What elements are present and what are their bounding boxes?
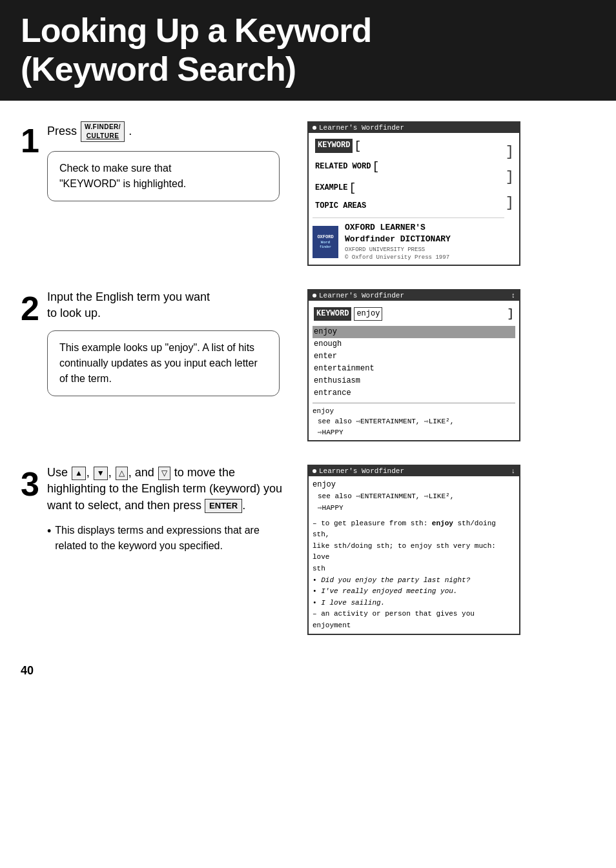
step-number-1: 1 — [21, 124, 39, 157]
down-arrow-outline: ▽ — [158, 467, 170, 480]
step-1-callout: Check to make sure that "KEYWORD" is hig… — [47, 151, 280, 201]
screen-1-brackets: ] ] ] — [504, 136, 515, 262]
step-number-2: 2 — [21, 292, 39, 325]
step-3-bullets: This displays terms and expressions that… — [47, 523, 292, 554]
screen-2-body: KEYWORD enjoy ] enjoy enough enter enter… — [309, 301, 519, 440]
screen-3-body: enjoy see also ⇨ENTERTAINMENT, ⇨LIKE², ⇨… — [309, 476, 519, 634]
screen-1: Learner's Wordfinder KEYWORD [ RELA — [307, 121, 520, 266]
up-arrow-solid: ▲ — [72, 467, 86, 480]
step-3-text: Use ▲, ▼, △, and ▽ to move the highlight… — [47, 465, 292, 514]
list-item-entrance: entrance — [313, 387, 515, 399]
down-arrow-solid: ▼ — [94, 467, 108, 480]
page-number: 40 — [21, 664, 34, 678]
bullet-1: This displays terms and expressions that… — [47, 523, 292, 554]
step-1-right: Learner's Wordfinder KEYWORD [ RELA — [307, 121, 595, 266]
screen-2-list: enjoy enough enter entertainment enthusi… — [313, 326, 515, 400]
step-2-text: Input the English term you want to look … — [47, 289, 292, 321]
step-1-left: 1 Press W.FINDER/ CULTURE . Check to mak… — [21, 121, 292, 201]
screen-2-input: enjoy — [354, 307, 382, 321]
wfinder-culture-key: W.FINDER/ CULTURE — [81, 121, 125, 142]
screen-1-header: Learner's Wordfinder — [309, 123, 519, 133]
step-2-right: Learner's Wordfinder ↕ KEYWORD enjoy ] e… — [307, 289, 595, 441]
step-3-body: Use ▲, ▼, △, and ▽ to move the highlight… — [47, 465, 292, 554]
screen-2-keyword: KEYWORD — [314, 307, 351, 321]
oxford-book: OXFORD Word finder OXFORD LEARNER'S Word… — [313, 217, 504, 262]
step-2-callout: This example looks up "enjoy". A list of… — [47, 330, 280, 396]
screen-3-definition: – to get pleasure from sth: enjoy sth/do… — [313, 518, 515, 632]
screen-3: Learner's Wordfinder ↓ enjoy see also ⇨E… — [307, 465, 520, 635]
enter-key: ENTER — [205, 499, 242, 513]
page-title: Looking Up a Keyword (Keyword Search) — [21, 12, 595, 89]
step-3-left: 3 Use ▲, ▼, △, and ▽ to move the highlig… — [21, 465, 292, 554]
step-1-body: Press W.FINDER/ CULTURE . Check to make … — [47, 121, 292, 201]
screen-2: Learner's Wordfinder ↕ KEYWORD enjoy ] e… — [307, 289, 520, 441]
topic-areas: TOPIC AREAS — [313, 199, 504, 214]
step-3: 3 Use ▲, ▼, △, and ▽ to move the highlig… — [21, 465, 595, 635]
up-arrow-outline: △ — [116, 467, 128, 480]
step-1: 1 Press W.FINDER/ CULTURE . Check to mak… — [21, 121, 595, 266]
list-item-enthusiasm: enthusiasm — [313, 375, 515, 387]
screen-1-body: KEYWORD [ RELATED WORD [ EXAMPLE — [309, 133, 519, 265]
list-item-enjoy: enjoy — [313, 326, 515, 338]
step-number-3: 3 — [21, 467, 39, 501]
screen-2-see-also: enjoy see also ⇨ENTERTAINMENT, ⇨LIKE², ⇨… — [313, 403, 515, 438]
screen-3-header: Learner's Wordfinder ↓ — [309, 466, 519, 476]
keyword-highlight: KEYWORD — [315, 139, 353, 152]
step-2-body: Input the English term you want to look … — [47, 289, 292, 396]
title-bar: Looking Up a Keyword (Keyword Search) — [0, 0, 616, 101]
step-1-text: Press W.FINDER/ CULTURE . — [47, 121, 292, 142]
list-item-enter: enter — [313, 350, 515, 363]
list-item-entertainment: entertainment — [313, 363, 515, 375]
screen-2-header: Learner's Wordfinder ↕ — [309, 290, 519, 301]
page-content: 1 Press W.FINDER/ CULTURE . Check to mak… — [0, 121, 616, 685]
step-2: 2 Input the English term you want to loo… — [21, 289, 595, 441]
list-item-enough: enough — [313, 338, 515, 350]
step-3-right: Learner's Wordfinder ↓ enjoy see also ⇨E… — [307, 465, 595, 635]
step-2-left: 2 Input the English term you want to loo… — [21, 289, 292, 396]
